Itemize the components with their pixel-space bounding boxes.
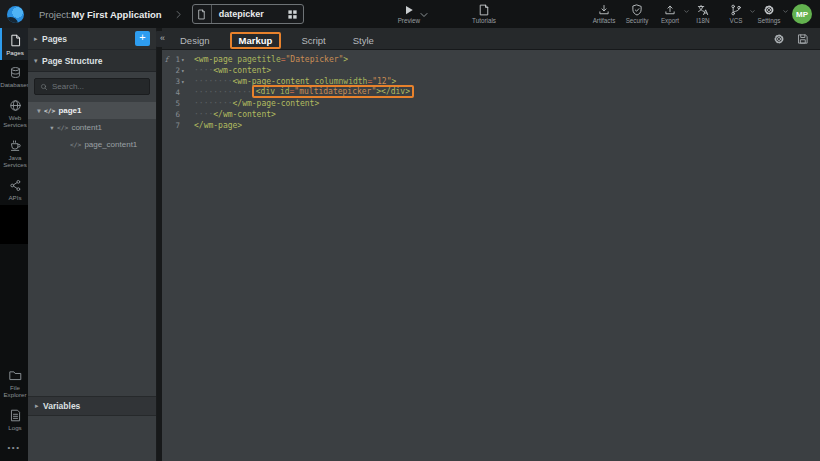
- toolbar-settings-button[interactable]: Settings: [756, 4, 782, 24]
- search-icon: [40, 83, 48, 91]
- tree-node-label: page_content1: [84, 140, 137, 149]
- save-icon[interactable]: [797, 33, 809, 45]
- collapse-panel-button[interactable]: «: [156, 31, 169, 47]
- line-number: 5: [175, 99, 180, 108]
- markup-code-editor[interactable]: f 1 ▾ <wm-page pagetitle="Datepicker"> 2…: [162, 50, 820, 131]
- code-text[interactable]: </wm-page>: [189, 120, 242, 131]
- page-structure-header[interactable]: ▾ Page Structure: [28, 50, 156, 72]
- rail-item-apis[interactable]: APIs: [0, 173, 28, 205]
- rail-item-databases[interactable]: Databases: [0, 60, 28, 92]
- variables-label: Variables: [43, 401, 80, 411]
- tree-node-content1[interactable]: ▾ </> content1: [28, 119, 156, 136]
- annotation-highlight-box: <div id="multidatepicker"></div>: [252, 85, 414, 98]
- preview-caret-icon[interactable]: [418, 9, 430, 21]
- tutorials-label: Tutorials: [472, 17, 496, 24]
- page-structure-label: Page Structure: [42, 56, 102, 66]
- more-options-button[interactable]: •••: [0, 435, 28, 461]
- rail-item-pages[interactable]: Pages: [0, 28, 28, 60]
- pages-section-header[interactable]: ▸ Pages +: [28, 28, 156, 50]
- project-label: Project:: [39, 9, 71, 20]
- search-input[interactable]: [52, 82, 144, 91]
- code-line-6[interactable]: 6 ····</wm-content>: [162, 109, 820, 120]
- structure-search: [34, 78, 150, 95]
- fold-toggle-icon[interactable]: ▾: [181, 76, 189, 87]
- fold-toggle-icon[interactable]: ▾: [181, 54, 189, 65]
- api-icon: [9, 179, 22, 192]
- toolbar-export-button[interactable]: Export: [657, 4, 683, 24]
- code-text[interactable]: ············<div id="multidatepicker"></…: [189, 87, 414, 98]
- rail-bottom-items: File Explorer Logs •••: [0, 363, 28, 461]
- caret-down-icon[interactable]: [683, 8, 690, 15]
- editor-tab-style[interactable]: Style: [353, 35, 374, 46]
- line-gutter: 7: [162, 120, 189, 131]
- line-number: 1: [175, 55, 180, 64]
- rail-item-java-services[interactable]: Java Services: [0, 133, 28, 173]
- variables-section-header[interactable]: ▸ Variables: [28, 396, 156, 416]
- widget-code-icon: </>: [44, 107, 55, 114]
- editor-tab-markup[interactable]: Markup: [230, 32, 282, 49]
- toolbar-security-button[interactable]: Security: [624, 4, 650, 24]
- tutorials-button[interactable]: Tutorials: [472, 4, 496, 24]
- toolbar-actions: Artifacts Security Export I18N VCS Setti…: [591, 4, 782, 24]
- toolbar-vcs-button[interactable]: VCS: [723, 4, 749, 24]
- line-gutter: 6: [162, 109, 189, 120]
- user-avatar[interactable]: MP: [792, 4, 812, 24]
- expand-arrow-icon[interactable]: ▾: [34, 107, 44, 115]
- page-file-icon: [193, 5, 212, 23]
- line-gutter: f 1 ▾: [162, 54, 189, 65]
- whitespace-dots: ········: [194, 99, 233, 108]
- tree-node-page1[interactable]: ▾ </> page1: [28, 102, 156, 119]
- editor-tab-design[interactable]: Design: [180, 35, 210, 46]
- shield-icon: [631, 4, 643, 16]
- code-text[interactable]: ····<wm-content>: [189, 65, 271, 76]
- top-toolbar: Project:My First Application datepicker …: [0, 0, 820, 28]
- editor-tab-script[interactable]: Script: [301, 35, 325, 46]
- code-text[interactable]: <wm-page pagetitle="Datepicker">: [189, 54, 348, 65]
- code-line-4[interactable]: 4 ············<div id="multidatepicker">…: [162, 87, 820, 98]
- tree-node-label: content1: [71, 123, 102, 132]
- whitespace-dots: ············: [194, 88, 252, 97]
- pages-header-label: Pages: [42, 34, 67, 44]
- logs-icon: [9, 409, 22, 422]
- caret-down-icon[interactable]: [782, 8, 789, 15]
- project-title: Project:My First Application: [39, 9, 162, 20]
- folder-icon: [9, 369, 22, 382]
- preview-button[interactable]: Preview: [398, 4, 420, 24]
- rail-item-file-explorer[interactable]: File Explorer: [0, 363, 28, 403]
- code-text[interactable]: ········</wm-page-content>: [189, 98, 319, 109]
- download-icon: [598, 4, 610, 16]
- code-line-5[interactable]: 5 ········</wm-page-content>: [162, 98, 820, 109]
- open-page-tab[interactable]: datepicker: [192, 4, 304, 24]
- open-page-name: datepicker: [212, 9, 287, 19]
- code-line-7[interactable]: 7 </wm-page>: [162, 120, 820, 131]
- rail-item-web-services[interactable]: Web Services: [0, 93, 28, 133]
- tree-node-page-content1[interactable]: </> page_content1: [28, 136, 156, 153]
- fold-toggle-icon[interactable]: ▾: [181, 65, 189, 76]
- expand-arrow-icon[interactable]: ▾: [47, 124, 57, 132]
- rail-item-logs[interactable]: Logs: [0, 403, 28, 435]
- toolbar-artifacts-button[interactable]: Artifacts: [591, 4, 617, 24]
- line-number: 6: [175, 110, 180, 119]
- add-page-button[interactable]: +: [135, 31, 150, 46]
- preview-label: Preview: [398, 17, 420, 24]
- editor-region: « DesignMarkupScriptStyle f 1 ▾ <wm-page…: [162, 28, 820, 461]
- project-name: My First Application: [71, 9, 161, 20]
- code-line-1[interactable]: f 1 ▾ <wm-page pagetitle="Datepicker">: [162, 54, 820, 65]
- collapse-arrow-icon[interactable]: ▸: [35, 402, 43, 410]
- line-number: 2: [175, 66, 180, 75]
- tutorials-icon: [478, 4, 490, 16]
- page-settings-gear-icon[interactable]: [773, 33, 785, 45]
- play-icon: [403, 4, 415, 16]
- globe-icon: [9, 99, 22, 112]
- code-text[interactable]: ····</wm-content>: [189, 109, 276, 120]
- code-line-2[interactable]: 2 ▾ ····<wm-content>: [162, 65, 820, 76]
- expand-arrow-icon[interactable]: ▾: [34, 57, 42, 65]
- gutter-marker: f: [165, 54, 168, 65]
- collapse-arrow-icon[interactable]: ▸: [34, 35, 42, 43]
- line-gutter: 4: [162, 87, 189, 98]
- grid-view-icon[interactable]: [287, 9, 298, 20]
- app-logo[interactable]: [0, 0, 30, 28]
- caret-down-icon[interactable]: [749, 8, 756, 15]
- branch-icon: [730, 4, 742, 16]
- toolbar-i18n-button[interactable]: I18N: [690, 4, 716, 24]
